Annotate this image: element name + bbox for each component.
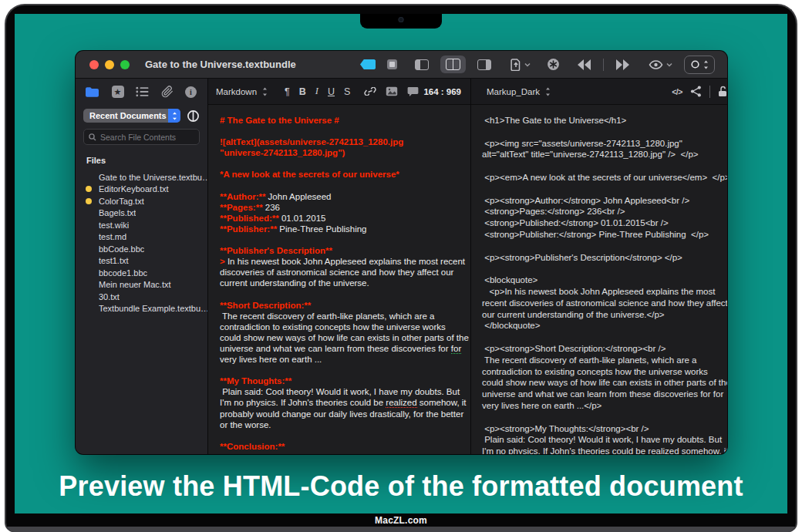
minimize-button[interactable] (105, 60, 114, 69)
window-titlebar: Gate to the Universe.textbundle (76, 51, 727, 79)
editor-line: **Author:** John Appleseed (220, 191, 466, 202)
tag-icon[interactable] (360, 59, 376, 69)
italic-button[interactable]: I (315, 86, 318, 97)
file-item[interactable]: Bagels.txt (76, 207, 207, 220)
editor-line: ![altText](assets/universe-2742113_1280.… (220, 136, 466, 147)
preview-line: could show new ways of how life can exis… (482, 377, 727, 389)
file-item[interactable]: test.md (76, 231, 207, 244)
preview-line: <p><strong>Publisher's Description</stro… (482, 252, 727, 264)
file-name: bbCode.bbc (99, 244, 144, 254)
zoom-button[interactable] (120, 60, 130, 69)
window-title: Gate to the Universe.textbundle (145, 59, 296, 70)
file-item[interactable]: Mein neuer Mac.txt (76, 279, 207, 291)
notch (360, 14, 442, 29)
share-icon[interactable] (690, 86, 702, 97)
paperclip-icon[interactable] (161, 86, 174, 98)
file-name: test1.txt (99, 256, 129, 265)
preview-line: <blockquote> (482, 274, 727, 286)
tag-dot-icon (86, 186, 92, 192)
file-item[interactable]: ColorTag.txt (76, 195, 207, 207)
image-icon[interactable] (386, 86, 398, 96)
file-item[interactable]: test1.txt (76, 255, 207, 268)
split-view-button[interactable] (440, 56, 466, 73)
preview-line: </blockquote> (482, 320, 727, 332)
unlock-icon[interactable] (718, 86, 727, 97)
strikethrough-button[interactable]: S (344, 86, 350, 97)
editor-line: discoveries of astronomical science and … (220, 267, 466, 278)
sidebar-left-icon[interactable] (415, 59, 429, 70)
search-icon (89, 133, 96, 141)
search-placeholder: Search File Contents (100, 133, 176, 142)
folder-icon[interactable] (85, 86, 99, 98)
file-item[interactable]: 30.txt (76, 291, 207, 303)
code-icon[interactable]: </> (672, 87, 682, 96)
search-input[interactable]: Search File Contents (83, 129, 200, 145)
link-icon[interactable] (364, 87, 376, 96)
info-icon[interactable]: i (185, 86, 197, 98)
preview-line: The recent discovery of earth-like plane… (482, 355, 727, 366)
underline-button[interactable]: U (328, 86, 335, 97)
character-counter: 164 : 969 (423, 87, 463, 96)
editor-line: # The Gate to the Universe # (220, 115, 466, 126)
target-icon[interactable] (547, 58, 560, 71)
preview-line: <p><strong>Short Description:</strong><b… (482, 343, 727, 355)
paragraph-button[interactable]: ¶ (285, 86, 290, 97)
preview-line (482, 184, 727, 195)
desktop-background: Gate to the Universe.textbundle (15, 14, 787, 513)
sidebar-right-icon[interactable] (477, 59, 491, 70)
close-button[interactable] (89, 60, 99, 69)
file-name: Gate to the Universe.textbu… (99, 173, 207, 182)
theme-dropdown[interactable]: Markup_Dark (479, 87, 551, 96)
split-circle-icon[interactable] (187, 109, 200, 123)
editor-line: {* The conclusion - Still to write *} (220, 452, 466, 454)
app-window: Gate to the Universe.textbundle (76, 51, 727, 454)
editor-line: Plain said: Cool theory! Would it work, … (220, 386, 466, 397)
chevron-down-icon (524, 62, 531, 67)
editor-line: very lives here on earth ... (220, 354, 466, 365)
editor-line: *A new look at the secrets of our univer… (220, 169, 466, 180)
file-item[interactable]: EditorKeyboard.txt (76, 184, 207, 196)
preview-line: <strong>Pages:</strong> 236<br /> (482, 206, 727, 217)
star-icon[interactable]: ★ (112, 86, 124, 98)
editor-line (220, 126, 466, 136)
file-item[interactable]: Gate to the Universe.textbu… (76, 171, 207, 184)
preview-line: <p><em>A new look at the secrets of our … (482, 172, 727, 184)
format-dropdown[interactable]: Markdown (216, 87, 268, 96)
preview-line: I'm no physics. If John's theories could… (482, 446, 727, 454)
preview-content[interactable]: <h1>The Gate to the Universe</h1> <p><im… (471, 105, 727, 454)
previous-change-icon[interactable] (576, 59, 591, 70)
editor-content[interactable]: # The Gate to the Universe # ![altText](… (208, 105, 470, 454)
preview-pane: Markup_Dark </> (471, 79, 727, 454)
file-item[interactable]: bbcode1.bbc (76, 267, 207, 279)
preview-mode-button[interactable] (649, 60, 672, 69)
file-item[interactable]: test.wiki (76, 219, 207, 231)
eye-icon (649, 60, 663, 69)
editor-line: universe and what we can learn from thes… (220, 343, 466, 354)
editor-line: The recent discovery of earth-like plane… (220, 311, 466, 322)
list-icon[interactable] (136, 86, 149, 97)
preview-line: <p><strong>My Thoughts:</strong><br /> (482, 423, 727, 435)
recent-documents-dropdown[interactable]: Recent Documents (83, 109, 180, 123)
traffic-lights (89, 60, 130, 69)
sidebar: ★ i Recent Documents (76, 79, 208, 454)
preview-line: <p><strong>Author:</strong> John Applese… (482, 195, 727, 207)
next-change-icon[interactable] (615, 59, 631, 70)
file-item[interactable]: Textbundle Example.textbu… (76, 303, 207, 315)
file-name: test.md (99, 232, 126, 241)
editor-line: **Publisher's Description** (220, 245, 466, 256)
export-document-button[interactable] (511, 59, 531, 71)
bold-button[interactable]: B (299, 86, 306, 97)
editor-toolbar: Markdown ¶ B I U S (208, 79, 470, 105)
dropdown-value: Recent Documents (83, 111, 168, 120)
file-name: ColorTag.txt (99, 197, 144, 206)
comment-icon[interactable] (407, 86, 419, 96)
preview-line (482, 160, 727, 172)
editor-line: contradiction to existing concepts how t… (220, 322, 466, 332)
file-item[interactable]: bbCode.bbc (76, 243, 207, 255)
preview-line: recent discoveries of astronomical scien… (482, 298, 727, 309)
preview-toolbar: Markup_Dark </> (471, 79, 727, 105)
file-name: bbcode1.bbc (99, 268, 147, 278)
laptop-frame: Gate to the Universe.textbundle (5, 4, 797, 532)
zoom-stepper[interactable] (684, 56, 715, 74)
fullscreen-icon[interactable] (387, 59, 397, 69)
